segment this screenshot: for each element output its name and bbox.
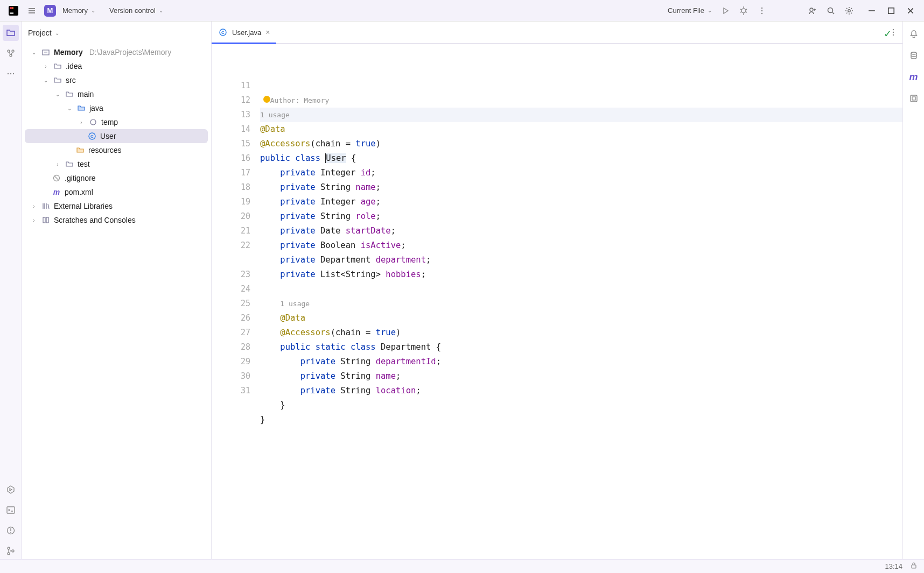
tree-root[interactable]: ⌄ Memory D:\JavaProjects\Memory bbox=[25, 45, 208, 59]
class-icon: C bbox=[87, 132, 97, 140]
svg-point-9 bbox=[828, 8, 833, 12]
tree-item-pom[interactable]: m pom.xml bbox=[25, 185, 208, 199]
editor-tabbar: C User.java × bbox=[212, 22, 902, 44]
svg-point-21 bbox=[10, 532, 11, 533]
tree-item-label: test bbox=[78, 160, 90, 168]
project-sidebar-header[interactable]: Project ⌄ bbox=[22, 22, 211, 44]
tree-item-label: src bbox=[66, 76, 76, 84]
settings-button[interactable] bbox=[840, 2, 858, 20]
svg-rect-19 bbox=[7, 507, 15, 513]
svg-rect-26 bbox=[44, 52, 47, 53]
notifications-button[interactable] bbox=[906, 26, 922, 42]
run-config-label: Current File bbox=[668, 6, 704, 15]
tree-item-main[interactable]: ⌄ main bbox=[25, 87, 208, 101]
collapse-icon[interactable]: › bbox=[78, 119, 85, 125]
maven-tool-button[interactable]: m bbox=[906, 69, 922, 85]
svg-rect-32 bbox=[46, 217, 48, 223]
source-folder-icon bbox=[76, 104, 86, 112]
terminal-tool-button[interactable] bbox=[3, 502, 19, 518]
project-tree[interactable]: ⌄ Memory D:\JavaProjects\Memory › .idea … bbox=[22, 44, 211, 559]
project-sidebar-title: Project bbox=[28, 29, 52, 37]
svg-point-14 bbox=[10, 54, 12, 56]
close-tab-button[interactable]: × bbox=[265, 28, 270, 37]
tab-label: User.java bbox=[232, 29, 261, 37]
project-name-dropdown[interactable]: Memory ⌄ bbox=[59, 4, 99, 17]
window-close-button[interactable] bbox=[906, 6, 915, 16]
status-bar: 13:14 bbox=[0, 559, 924, 573]
project-sidebar: Project ⌄ ⌄ Memory D:\JavaProjects\Memor… bbox=[22, 22, 212, 559]
vcs-tool-button[interactable] bbox=[3, 543, 19, 559]
structure-tool-button[interactable] bbox=[3, 45, 19, 61]
resources-folder-icon bbox=[75, 146, 85, 154]
svg-point-10 bbox=[848, 9, 850, 11]
run-button[interactable] bbox=[716, 2, 734, 20]
svg-point-17 bbox=[12, 73, 13, 74]
run-config-dropdown[interactable]: Current File ⌄ bbox=[663, 4, 716, 17]
main-menu-button[interactable] bbox=[23, 2, 41, 20]
collapse-icon[interactable]: › bbox=[54, 161, 61, 167]
search-everywhere-button[interactable] bbox=[822, 2, 840, 20]
window-maximize-button[interactable] bbox=[886, 6, 896, 16]
tree-item-src[interactable]: ⌄ src bbox=[25, 73, 208, 87]
more-actions-button[interactable] bbox=[753, 2, 771, 20]
code-with-me-button[interactable] bbox=[803, 2, 822, 20]
editor-tab-user[interactable]: C User.java × bbox=[212, 22, 276, 43]
svg-rect-40 bbox=[912, 97, 915, 100]
folder-icon bbox=[65, 160, 74, 168]
tree-item-java[interactable]: ⌄ java bbox=[25, 101, 208, 115]
coverage-tool-button[interactable] bbox=[906, 90, 922, 107]
folder-icon bbox=[53, 76, 62, 84]
expand-icon[interactable]: ⌄ bbox=[66, 105, 73, 111]
svg-text:C: C bbox=[221, 30, 225, 35]
tree-item-gitignore[interactable]: .gitignore bbox=[25, 171, 208, 185]
expand-icon[interactable]: ⌄ bbox=[30, 49, 38, 55]
collapse-icon[interactable]: › bbox=[30, 217, 38, 223]
expand-icon[interactable]: ⌄ bbox=[54, 91, 61, 97]
tree-item-scratches[interactable]: › Scratches and Consoles bbox=[25, 213, 208, 227]
gitignore-icon bbox=[52, 174, 61, 182]
folder-icon bbox=[65, 90, 74, 98]
line-number: 21 bbox=[212, 224, 250, 238]
tree-item-external-libs[interactable]: › External Libraries bbox=[25, 199, 208, 213]
project-badge[interactable]: M bbox=[44, 5, 56, 17]
tree-item-idea[interactable]: › .idea bbox=[25, 59, 208, 73]
collapse-icon[interactable]: › bbox=[42, 63, 50, 69]
line-number: 17 bbox=[212, 166, 250, 180]
tree-item-test[interactable]: › test bbox=[25, 157, 208, 171]
tree-item-label: java bbox=[89, 104, 103, 112]
inspection-ok-icon[interactable]: ✓ bbox=[884, 28, 892, 40]
chevron-down-icon: ⌄ bbox=[708, 8, 712, 13]
tree-item-label: temp bbox=[101, 118, 118, 126]
tree-item-user[interactable]: C User bbox=[25, 129, 208, 143]
left-tool-rail bbox=[0, 22, 22, 559]
debug-button[interactable] bbox=[734, 2, 753, 20]
services-tool-button[interactable] bbox=[3, 482, 19, 498]
scratches-icon bbox=[41, 216, 51, 224]
code-editor[interactable]: 11 12 13 14 15 16 17 18 19 20 21 22 23 2… bbox=[212, 44, 902, 559]
tree-item-label: pom.xml bbox=[65, 188, 93, 196]
line-number: 14 bbox=[212, 122, 250, 137]
project-tool-button[interactable] bbox=[3, 25, 19, 41]
problems-tool-button[interactable] bbox=[3, 522, 19, 539]
svg-rect-41 bbox=[912, 565, 916, 568]
code-content[interactable]: Author: Memory 1 usage @Data @Accessors(… bbox=[260, 44, 902, 559]
svg-point-13 bbox=[12, 50, 14, 52]
window-minimize-button[interactable] bbox=[867, 6, 877, 16]
vcs-dropdown[interactable]: Version control ⌄ bbox=[106, 4, 166, 17]
database-tool-button[interactable] bbox=[906, 47, 922, 63]
chevron-down-icon: ⌄ bbox=[91, 8, 95, 13]
expand-icon[interactable]: ⌄ bbox=[42, 77, 50, 83]
tree-item-label: External Libraries bbox=[54, 202, 113, 210]
library-icon bbox=[41, 202, 51, 210]
svg-point-15 bbox=[7, 73, 8, 74]
tree-root-path: D:\JavaProjects\Memory bbox=[89, 48, 171, 56]
more-tool-button[interactable] bbox=[3, 66, 19, 82]
collapse-icon[interactable]: › bbox=[30, 203, 38, 209]
usage-hint[interactable]: 1 usage bbox=[260, 111, 290, 119]
lock-icon[interactable] bbox=[910, 562, 918, 571]
line-number: 27 bbox=[212, 326, 250, 340]
tree-item-resources[interactable]: resources bbox=[25, 143, 208, 157]
tree-item-temp[interactable]: › temp bbox=[25, 115, 208, 129]
usage-hint[interactable]: 1 usage bbox=[280, 300, 310, 308]
class-icon: C bbox=[218, 29, 228, 36]
